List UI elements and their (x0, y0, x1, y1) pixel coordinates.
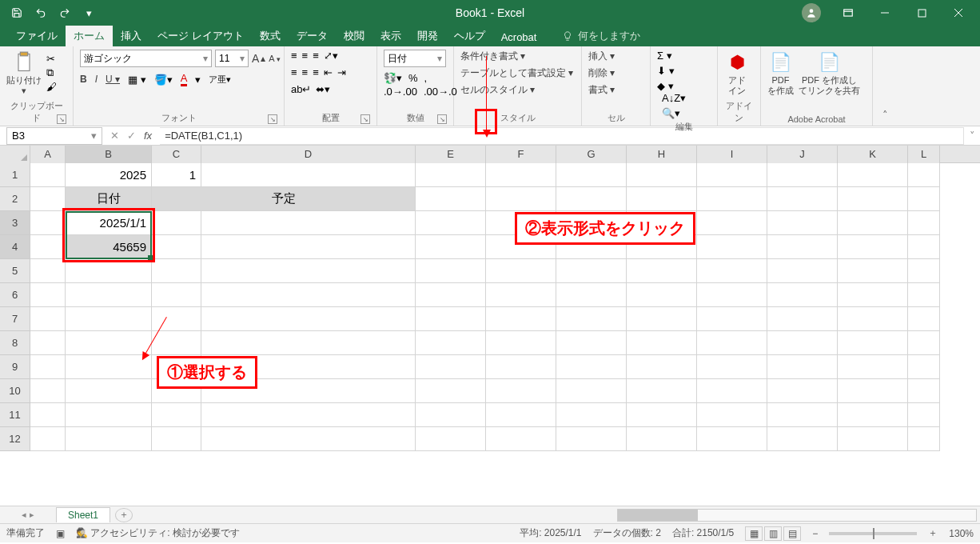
undo-icon[interactable] (30, 2, 51, 23)
decrease-font-icon[interactable]: A▾ (269, 50, 280, 67)
cell[interactable] (30, 163, 66, 187)
accessibility-status[interactable]: 🕵 アクセシビリティ: 検討が必要です (76, 526, 240, 540)
cell[interactable] (416, 187, 486, 211)
cell[interactable] (697, 187, 767, 211)
font-launcher-icon[interactable]: ↘ (268, 114, 277, 124)
close-icon[interactable] (940, 0, 977, 26)
cell[interactable] (201, 235, 416, 259)
cell[interactable] (201, 211, 416, 235)
zoom-level[interactable]: 130% (949, 528, 974, 539)
cell[interactable] (627, 163, 697, 187)
formula-expand-icon[interactable]: ˅ (964, 130, 980, 142)
cell[interactable] (767, 211, 838, 235)
zoom-out-icon[interactable]: − (812, 528, 818, 539)
delete-cells-button[interactable]: 削除 ▾ (588, 66, 615, 80)
page-layout-view-icon[interactable]: ▥ (764, 526, 782, 541)
tell-me-search[interactable]: 何をしますか (556, 26, 647, 46)
cell[interactable]: 1 (152, 163, 201, 187)
cut-icon[interactable]: ✂ (46, 53, 57, 65)
indent-inc-icon[interactable]: ⇥ (337, 66, 346, 78)
page-break-view-icon[interactable]: ▤ (783, 526, 801, 541)
clear-icon[interactable]: ◆ ▾ (657, 80, 674, 92)
zoom-in-icon[interactable]: ＋ (928, 526, 938, 540)
ribbon-display-icon[interactable] (830, 0, 866, 26)
number-format-combo[interactable]: 日付▾ (384, 50, 446, 67)
cell[interactable] (30, 235, 66, 259)
alignment-launcher-icon[interactable]: ↘ (361, 114, 370, 124)
addin-button[interactable]: ⬢ アド イン (724, 50, 750, 96)
pdf-share-button[interactable]: 📄 PDF を作成し てリンクを共有 (799, 50, 860, 96)
cell[interactable] (152, 211, 201, 235)
macro-record-icon[interactable]: ▣ (56, 528, 65, 539)
cell[interactable] (486, 211, 556, 235)
tab-review[interactable]: 校閲 (336, 26, 372, 46)
format-as-table-button[interactable]: テーブルとして書式設定 ▾ (460, 66, 573, 80)
cell[interactable]: 45659 (66, 235, 152, 259)
minimize-icon[interactable] (866, 0, 903, 26)
col-header[interactable]: D (201, 146, 416, 163)
increase-decimal-icon[interactable]: .0→.00 (384, 86, 417, 98)
paste-button[interactable]: 貼り付け ▾ (6, 50, 42, 96)
wrap-text-icon[interactable]: ab↵ (291, 83, 311, 95)
horizontal-scrollbar[interactable] (617, 509, 977, 522)
sheet-nav-icons[interactable]: ◂ ▸ (0, 510, 56, 520)
align-top-icon[interactable]: ≡ (291, 50, 297, 62)
normal-view-icon[interactable]: ▦ (745, 526, 763, 541)
tab-data[interactable]: データ (289, 26, 336, 46)
enter-formula-icon[interactable]: ✓ (127, 130, 136, 142)
cell[interactable] (838, 211, 908, 235)
tab-pagelayout[interactable]: ページ レイアウト (149, 26, 252, 46)
tab-insert[interactable]: 挿入 (113, 26, 149, 46)
fx-icon[interactable]: fx (144, 130, 152, 142)
cell[interactable] (152, 235, 201, 259)
save-icon[interactable] (6, 2, 27, 23)
font-size-combo[interactable]: 11▾ (215, 50, 249, 67)
percent-icon[interactable]: % (408, 72, 418, 84)
col-header[interactable]: H (627, 146, 697, 163)
cell[interactable] (30, 211, 66, 235)
row-header[interactable]: 6 (0, 283, 30, 307)
cell[interactable] (486, 163, 556, 187)
cell[interactable] (838, 187, 908, 211)
col-header[interactable]: L (908, 146, 940, 163)
font-color-icon[interactable]: A (181, 72, 188, 86)
cancel-formula-icon[interactable]: ✕ (110, 130, 119, 142)
tab-acrobat[interactable]: Acrobat (493, 28, 545, 46)
conditional-formatting-button[interactable]: 条件付き書式 ▾ (460, 50, 525, 63)
cell[interactable] (838, 235, 908, 259)
copy-icon[interactable]: ⧉ (46, 66, 57, 79)
col-header[interactable]: E (416, 146, 486, 163)
add-sheet-icon[interactable]: ＋ (115, 508, 133, 522)
formula-bar[interactable]: =DATE(B1,C1,1) (160, 127, 964, 145)
font-name-combo[interactable]: 游ゴシック▾ (80, 50, 212, 67)
maximize-icon[interactable] (903, 0, 940, 26)
fill-icon[interactable]: ⬇ ▾ (657, 65, 675, 77)
col-header[interactable]: J (767, 146, 838, 163)
number-launcher-icon[interactable]: ↘ (437, 114, 447, 124)
col-header[interactable]: C (152, 146, 201, 163)
pdf-create-button[interactable]: 📄 PDF を作成 (767, 50, 794, 96)
cell[interactable] (627, 187, 697, 211)
cell[interactable] (908, 187, 940, 211)
align-center-icon[interactable]: ≡ (302, 66, 309, 78)
cell[interactable] (908, 235, 940, 259)
cell[interactable] (201, 163, 416, 187)
cell[interactable] (697, 163, 767, 187)
col-header[interactable]: K (838, 146, 908, 163)
cell[interactable] (30, 187, 66, 211)
row-header[interactable]: 5 (0, 259, 30, 283)
decrease-decimal-icon[interactable]: .00→.0 (424, 86, 457, 98)
row-header[interactable]: 10 (0, 379, 30, 403)
align-bottom-icon[interactable]: ≡ (313, 50, 319, 62)
tab-formulas[interactable]: 数式 (252, 26, 289, 46)
cell[interactable]: 2025 (66, 163, 152, 187)
phonetic-icon[interactable]: ア亜▾ (209, 74, 231, 86)
orientation-icon[interactable]: ⤢▾ (324, 50, 338, 62)
merge-icon[interactable]: ⬌▾ (316, 83, 330, 95)
sheet-tab[interactable]: Sheet1 (56, 507, 110, 522)
cell[interactable] (697, 235, 767, 259)
col-header[interactable]: F (486, 146, 556, 163)
row-header[interactable]: 4 (0, 235, 30, 259)
tab-view[interactable]: 表示 (372, 26, 409, 46)
indent-dec-icon[interactable]: ⇤ (324, 66, 333, 78)
